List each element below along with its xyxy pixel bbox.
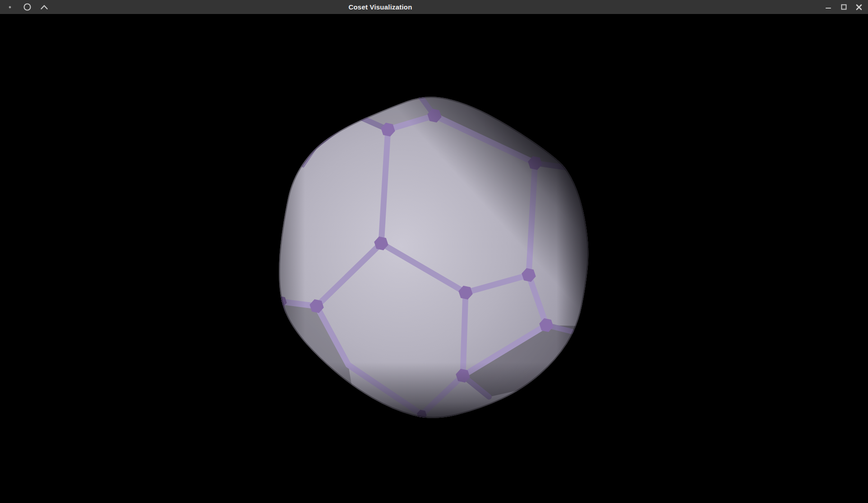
minimize-icon[interactable] <box>823 2 834 13</box>
maximize-icon[interactable] <box>838 2 849 13</box>
chevron-up-icon[interactable] <box>39 2 50 13</box>
lighting-overlays <box>253 72 614 447</box>
shading-overlay <box>253 72 614 447</box>
circle-icon[interactable] <box>22 2 32 13</box>
coset-3d-canvas[interactable] <box>0 0 868 503</box>
window-title: Coset Visualization <box>59 3 702 11</box>
close-icon[interactable] <box>854 2 864 13</box>
titlebar[interactable]: Coset Visualization <box>0 0 868 14</box>
viewport-3d[interactable] <box>0 0 868 503</box>
dot-indicator-icon <box>5 2 15 13</box>
window-controls <box>702 2 868 13</box>
